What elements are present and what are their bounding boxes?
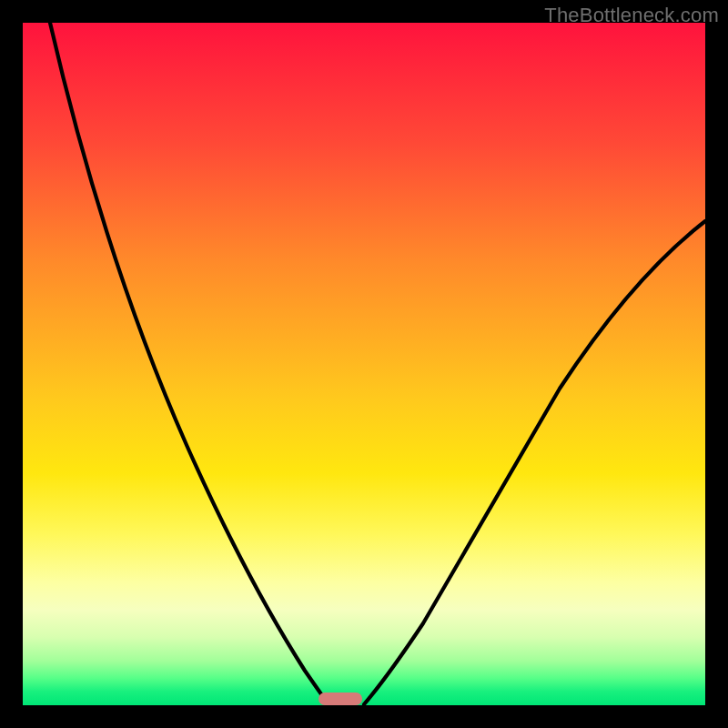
watermark-text: TheBottleneck.com <box>544 4 719 27</box>
right-curve <box>364 221 705 704</box>
plot-area <box>23 23 705 705</box>
outer-frame: TheBottleneck.com <box>0 0 728 728</box>
curve-layer <box>23 23 705 705</box>
left-curve <box>50 23 329 704</box>
minimum-marker <box>318 693 362 705</box>
